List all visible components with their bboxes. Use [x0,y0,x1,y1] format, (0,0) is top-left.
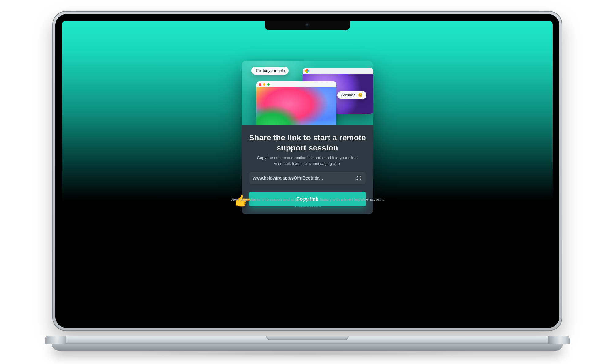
signup-callout-text: Save your clients' information and suppo… [230,196,385,202]
refresh-icon [356,175,362,181]
apple-logo-icon [259,82,262,86]
traffic-light-zoom-icon [267,83,270,86]
traffic-light-minimize-icon [263,83,265,86]
camera [306,23,309,27]
refresh-link-button[interactable] [356,175,362,181]
connection-url-field[interactable]: www.helpwire.app/sOffnBcotndr… [249,172,366,184]
share-link-card: Thx for your help [242,61,373,214]
wink-emoji-icon: 😉 [358,93,363,97]
notch [265,21,350,30]
mac-titlebar [256,81,336,87]
bezel: Thx for your help [55,14,559,328]
card-title: Share the link to start a remote support… [249,133,366,153]
chat-left-text: Thx for your help [255,68,285,73]
laptop-base-bottom [52,344,563,351]
laptop-shadow [63,352,551,355]
create-account-link[interactable]: Create account [294,203,321,208]
signup-callout: Save your clients' information and suppo… [230,196,385,208]
laptop-base [45,336,570,354]
connection-url-text: www.helpwire.app/sOffnBcotndr… [253,176,323,180]
screen: Thx for your help [62,21,553,321]
stage: Thx for your help [0,0,612,364]
card-hero: Thx for your help [242,61,373,125]
chat-bubble-left: Thx for your help [251,67,289,75]
windows-titlebar [303,68,373,74]
laptop-base-top [45,336,570,344]
chat-right-text: Anytime [341,93,355,97]
chat-bubble-right: Anytime 😉 [337,91,366,99]
mac-wallpaper [256,87,336,125]
laptop-lip [266,336,349,340]
card-subtitle: Copy the unique connection link and send… [255,155,359,167]
mini-window-mac [256,81,336,125]
laptop-frame: Thx for your help [45,11,570,357]
laptop-lid: Thx for your help [52,11,562,331]
windows-logo-icon [305,69,310,74]
